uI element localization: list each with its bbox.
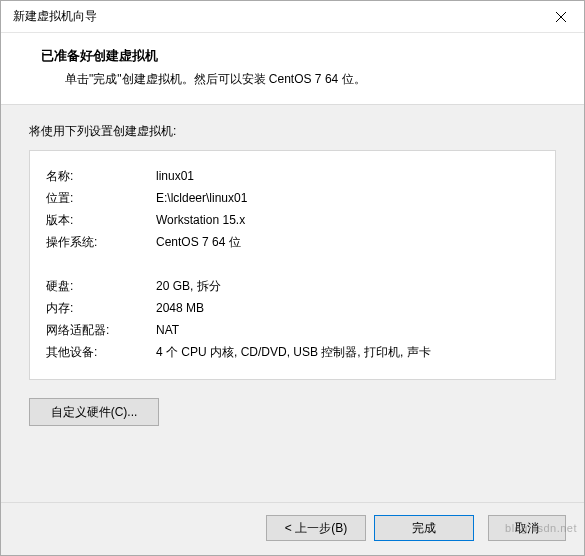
settings-row: 网络适配器: NAT	[46, 319, 539, 341]
footer-section: < 上一步(B) 完成 取消	[1, 502, 584, 555]
settings-label: 名称:	[46, 165, 156, 187]
settings-value: linux01	[156, 165, 539, 187]
header-heading: 已准备好创建虚拟机	[41, 47, 584, 65]
settings-row: 硬盘: 20 GB, 拆分	[46, 275, 539, 297]
settings-label: 位置:	[46, 187, 156, 209]
window-title: 新建虚拟机向导	[13, 8, 97, 25]
settings-label: 网络适配器:	[46, 319, 156, 341]
close-icon	[556, 12, 566, 22]
settings-gap	[46, 253, 539, 275]
settings-row: 操作系统: CentOS 7 64 位	[46, 231, 539, 253]
settings-row: 版本: Workstation 15.x	[46, 209, 539, 231]
header-section: 已准备好创建虚拟机 单击"完成"创建虚拟机。然后可以安装 CentOS 7 64…	[1, 33, 584, 105]
header-subtext: 单击"完成"创建虚拟机。然后可以安装 CentOS 7 64 位。	[41, 71, 584, 88]
settings-value: 20 GB, 拆分	[156, 275, 539, 297]
settings-value: E:\lcldeer\linux01	[156, 187, 539, 209]
titlebar: 新建虚拟机向导	[1, 1, 584, 33]
settings-row: 名称: linux01	[46, 165, 539, 187]
finish-button[interactable]: 完成	[374, 515, 474, 541]
settings-label: 硬盘:	[46, 275, 156, 297]
settings-row: 位置: E:\lcldeer\linux01	[46, 187, 539, 209]
body-spacer	[29, 426, 556, 492]
customize-row: 自定义硬件(C)...	[29, 398, 556, 426]
settings-label: 其他设备:	[46, 341, 156, 363]
settings-value: NAT	[156, 319, 539, 341]
settings-summary-box: 名称: linux01 位置: E:\lcldeer\linux01 版本: W…	[29, 150, 556, 380]
settings-label: 版本:	[46, 209, 156, 231]
settings-caption: 将使用下列设置创建虚拟机:	[29, 123, 556, 140]
settings-label: 操作系统:	[46, 231, 156, 253]
settings-value: CentOS 7 64 位	[156, 231, 539, 253]
settings-value: 2048 MB	[156, 297, 539, 319]
customize-hardware-button[interactable]: 自定义硬件(C)...	[29, 398, 159, 426]
back-button[interactable]: < 上一步(B)	[266, 515, 366, 541]
close-button[interactable]	[538, 1, 584, 33]
settings-row: 其他设备: 4 个 CPU 内核, CD/DVD, USB 控制器, 打印机, …	[46, 341, 539, 363]
cancel-button[interactable]: 取消	[488, 515, 566, 541]
body-section: 将使用下列设置创建虚拟机: 名称: linux01 位置: E:\lcldeer…	[1, 105, 584, 502]
settings-label: 内存:	[46, 297, 156, 319]
settings-value: Workstation 15.x	[156, 209, 539, 231]
settings-row: 内存: 2048 MB	[46, 297, 539, 319]
wizard-dialog: 新建虚拟机向导 已准备好创建虚拟机 单击"完成"创建虚拟机。然后可以安装 Cen…	[0, 0, 585, 556]
settings-value: 4 个 CPU 内核, CD/DVD, USB 控制器, 打印机, 声卡	[156, 341, 539, 363]
